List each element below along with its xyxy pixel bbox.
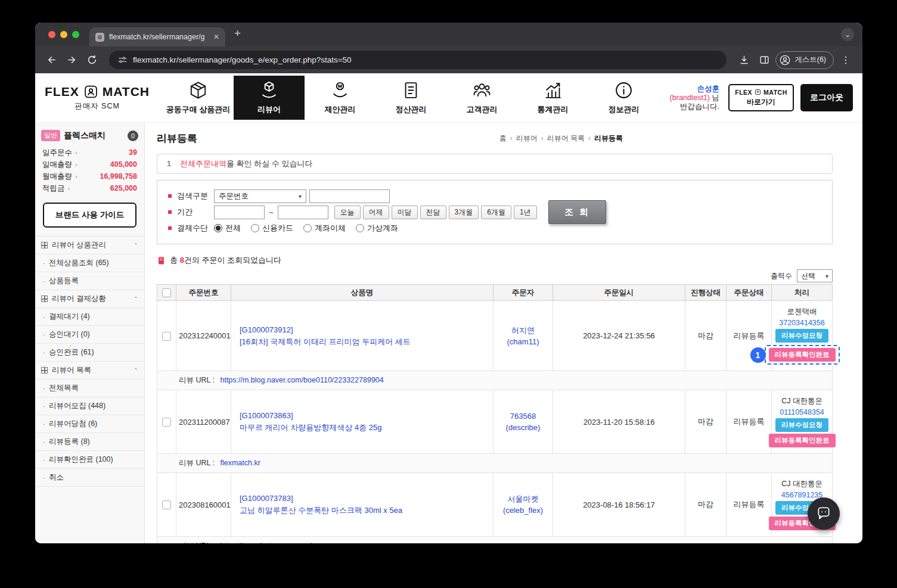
new-tab-button[interactable]: + [234, 27, 241, 39]
order-status: 리뷰등록 [727, 473, 772, 537]
side-panel-button[interactable] [755, 51, 773, 69]
brand-guide-button[interactable]: 브랜드 사용 가이드 [43, 203, 136, 228]
tracking-number-link[interactable]: 4567891235 [781, 491, 823, 499]
tracking-number-link[interactable]: 01110548354 [780, 408, 824, 416]
sidebar-item-approval-complete[interactable]: ·승인완료 (61) [35, 344, 144, 362]
period-1-year-button[interactable]: 1년 [514, 206, 537, 219]
period-today-button[interactable]: 오늘 [334, 206, 361, 219]
top-navigation: 공동구매 상품관리 리뷰어 제안관리 정산관리 [163, 73, 659, 122]
zoom-window-button[interactable] [72, 31, 79, 38]
sidebar-item-product-register[interactable]: ·상품등록 [35, 272, 144, 290]
close-window-button[interactable] [48, 31, 55, 38]
reload-button[interactable] [83, 51, 101, 69]
sidebar-section-payment-status[interactable]: 리뷰어 결제상황 ⌃ [35, 290, 144, 308]
app-header: FLEX MATCH 판매자 SCM 공동구매 상품관리 리뷰어 [35, 73, 862, 123]
period-start-input[interactable] [214, 206, 265, 219]
select-all-checkbox[interactable] [162, 288, 171, 297]
stat-daily-orders[interactable]: 일주문수› 39 [42, 147, 137, 158]
minimize-window-button[interactable] [60, 31, 67, 38]
product-link[interactable]: [G1000073783] 고님 히알루론산 수분폭탄 마스크팩 30ml x … [240, 493, 491, 517]
output-count-select[interactable]: 선택 ▾ [797, 269, 833, 282]
app-logo[interactable]: FLEX MATCH 판매자 SCM [45, 84, 150, 111]
product-link[interactable]: [G1000073863] 마무르 캐리어 차량용방향제색상 4종 25g [240, 410, 491, 434]
chevron-up-icon: ⌃ [134, 295, 138, 302]
nav-item-customer[interactable]: 고객관리 [446, 76, 517, 120]
notification-badge[interactable]: 0 [128, 130, 138, 141]
nav-item-proposal[interactable]: 제안관리 [305, 76, 375, 120]
address-bar[interactable]: flexmatch.kr/sellermanager/goods_e/exp_o… [109, 51, 727, 69]
payment-radio-virtual-account[interactable]: 가상계좌 [356, 223, 398, 234]
crumb-reviewer[interactable]: 리뷰어 [516, 133, 538, 144]
crumb-reviewer-list[interactable]: 리뷰어 목록 [547, 133, 585, 144]
sidebar-item-cancel[interactable]: ·취소 [35, 469, 144, 487]
orderer-name-link[interactable]: 763568 [496, 410, 550, 422]
downloads-button[interactable] [735, 51, 753, 69]
back-button[interactable] [42, 51, 60, 69]
orderer-name-link[interactable]: 서울마켓 [496, 493, 550, 505]
stat-daily-sales[interactable]: 일매출량› 405,000 [42, 158, 137, 170]
nav-item-stats[interactable]: 통계관리 [517, 76, 588, 120]
sidebar-section-review-products[interactable]: 리뷰어 상품관리 ⌃ [35, 237, 144, 254]
review-edit-request-button[interactable]: 리뷰수정요청 [775, 418, 828, 432]
review-confirm-complete-button[interactable]: 리뷰등록확인완료 [769, 434, 836, 447]
progress-status: 마감 [685, 390, 727, 454]
orderer-id-link[interactable]: (cham11) [496, 336, 550, 347]
back-arrow-icon [46, 54, 57, 66]
forward-button[interactable] [63, 51, 80, 69]
sidebar-item-review-register[interactable]: ·리뷰등록 (8) [35, 433, 144, 451]
carrier-name: CJ 대한통운 [781, 479, 822, 489]
period-last-month-button[interactable]: 전달 [420, 206, 446, 219]
tracking-number-link[interactable]: 37203414356 [779, 319, 824, 327]
nav-item-settlement[interactable]: 정산관리 [375, 76, 446, 120]
orderer-id-link[interactable]: (describe) [496, 422, 550, 433]
review-url-link[interactable]: https://www.instagram.com/ [220, 542, 311, 543]
nav-item-group-goods[interactable]: 공동구매 상품관리 [163, 76, 234, 120]
payment-radio-bank-transfer[interactable]: 계좌이체 [303, 223, 346, 234]
logout-button[interactable]: 로그아웃 [800, 84, 853, 111]
review-url-link[interactable]: flexmatch.kr [220, 459, 260, 467]
order-row: 202308160001 [G1000073783] 고님 히알루론산 수분폭탄… [157, 473, 833, 537]
row-checkbox[interactable] [162, 332, 171, 341]
browser-tab[interactable]: flexmatch.kr/sellermanager/g ✕ [89, 27, 225, 46]
orderer-id-link[interactable]: (celeb_flex) [496, 505, 550, 516]
orderer-name-link[interactable]: 허지연 [496, 325, 550, 336]
flexmatch-shortcut-button[interactable]: FLEX MATCH 바로가기 [728, 84, 794, 111]
sidebar-item-reviewer-winners[interactable]: ·리뷰어당첨 (6) [35, 415, 144, 433]
chat-fab-button[interactable] [808, 497, 840, 530]
stat-monthly-sales[interactable]: 월매출량› 16,998,758 [42, 170, 137, 182]
payment-radio-all[interactable]: 전체 [214, 223, 241, 234]
product-link[interactable]: [G1000073912] [16회차] 국제특허 이태리 프리미엄 두피케어 … [240, 324, 491, 348]
sidebar-item-full-list[interactable]: ·전체목록 [35, 379, 144, 397]
row-checkbox[interactable] [162, 418, 171, 427]
grid-icon [41, 367, 48, 374]
sidebar-section-reviewer-list[interactable]: 리뷰어 목록 ⌃ [35, 362, 144, 379]
row-checkbox[interactable] [162, 500, 171, 509]
period-6-months-button[interactable]: 6개월 [481, 206, 511, 219]
browser-menu-button[interactable]: ⋮ [836, 54, 855, 66]
period-3-months-button[interactable]: 3개월 [449, 206, 479, 219]
sidebar-item-reviewer-recruit[interactable]: ·리뷰어모집 (448) [35, 397, 144, 415]
profile-button[interactable]: 게스트(6) [775, 51, 834, 69]
download-icon [738, 54, 750, 66]
period-end-input[interactable] [278, 206, 328, 219]
payment-radio-credit-card[interactable]: 신용카드 [251, 223, 293, 234]
search-submit-button[interactable]: 조 회 [548, 200, 606, 224]
period-this-month-button[interactable]: 이달 [392, 206, 418, 219]
search-type-select[interactable]: 주문번호 ▾ [214, 189, 306, 203]
sidebar-item-review-confirm-complete[interactable]: ·리뷰확인완료 (100) [35, 451, 144, 469]
search-keyword-input[interactable] [309, 189, 390, 203]
review-url-link[interactable]: https://m.blog.naver.com/boe0110/2233227… [220, 376, 383, 384]
bullet-square-icon [168, 194, 172, 198]
nav-item-reviewer[interactable]: 리뷰어 [234, 76, 305, 120]
tab-search-chevron-icon[interactable]: ⌄ [841, 28, 854, 41]
period-yesterday-button[interactable]: 어제 [363, 206, 389, 219]
sidebar-item-payment-pending[interactable]: ·결제대기 (4) [35, 308, 144, 326]
nav-item-info[interactable]: 정보관리 [588, 76, 659, 120]
sidebar-item-all-products[interactable]: ·전체상품조회 (65) [35, 254, 144, 272]
tab-close-icon[interactable]: ✕ [213, 33, 219, 41]
stat-reward-points[interactable]: 적립금› 625,000 [42, 182, 137, 194]
review-edit-request-button[interactable]: 리뷰수정요청 [775, 329, 828, 343]
crumb-home[interactable]: 홈 [499, 133, 507, 144]
review-confirm-complete-button[interactable]: 리뷰등록확인완료 [769, 348, 836, 362]
sidebar-item-approval-pending[interactable]: ·승인대기 (0) [35, 326, 144, 344]
